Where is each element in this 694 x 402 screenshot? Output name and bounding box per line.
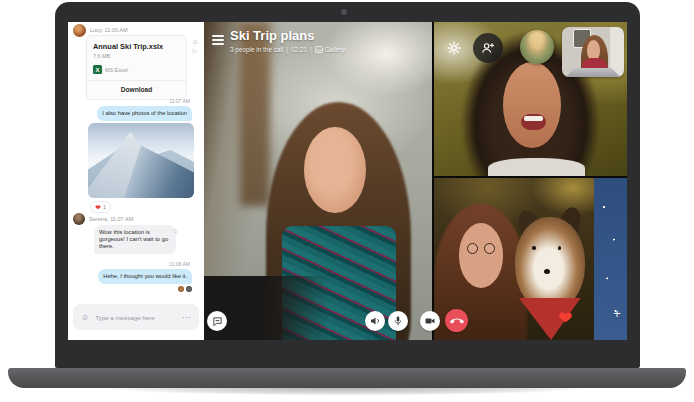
read-receipt-avatar [186, 286, 192, 292]
input-more-button[interactable]: ⋯ [182, 313, 191, 322]
gear-icon [446, 40, 462, 56]
heart-icon [558, 309, 573, 324]
speaker-icon [369, 315, 381, 327]
laptop-mockup: Lucy, 11:00 AM Annual Ski Trip.xslx 7.6 … [0, 0, 694, 402]
end-call-icon [450, 314, 464, 328]
self-laptop [562, 68, 624, 77]
avatar-lucy [73, 24, 86, 37]
settings-button[interactable] [446, 40, 462, 56]
dog-nose [544, 269, 550, 274]
avatar-highlight [527, 32, 547, 51]
self-view-tile[interactable] [562, 27, 624, 77]
add-reaction-button[interactable]: + [610, 307, 624, 321]
file-size: 7.6 MB [87, 51, 186, 59]
participant-avatar-bubble[interactable] [520, 30, 554, 64]
call-subtitle: 3 people in the call | 02:21 | Gallery [230, 46, 345, 53]
gallery-button[interactable]: Gallery [315, 46, 345, 53]
file-name: Annual Ski Trip.xslx [87, 41, 186, 51]
gallery-label: Gallery [325, 46, 345, 53]
person-add-icon [480, 40, 496, 56]
subtitle-separator: | [286, 46, 288, 53]
subtitle-separator: | [310, 46, 312, 53]
gallery-icon [315, 46, 323, 53]
reaction-badge: 1 [90, 201, 111, 213]
file-attachment-card[interactable]: Annual Ski Trip.xslx 7.6 MB X MS Excel D… [86, 35, 187, 100]
speaker-button[interactable] [365, 311, 385, 331]
skype-call-window: Lucy, 11:00 AM Annual Ski Trip.xslx 7.6 … [68, 22, 627, 340]
download-button[interactable]: Download [87, 80, 186, 99]
camera-icon [424, 315, 436, 327]
emoji-picker-icon[interactable]: ☺ [81, 313, 89, 322]
glasses-lens [484, 243, 495, 254]
bubble-hover-emoji-icon[interactable]: ☺ [172, 227, 179, 234]
dog-head [515, 217, 584, 311]
timestamp: 11:07 AM [169, 98, 190, 104]
message-input[interactable]: ☺ Type a message here ⋯ [73, 304, 199, 330]
call-title: Ski Trip plans [230, 28, 315, 43]
glasses-lens [467, 243, 478, 254]
reaction-count: 1 [103, 204, 106, 210]
forward-icon[interactable]: ▷ [189, 46, 201, 56]
participant-smile [524, 116, 543, 121]
sent-message-bubble: I also have photos of the location [97, 106, 192, 121]
chat-panel: Lucy, 11:00 AM Annual Ski Trip.xslx 7.6 … [68, 22, 204, 340]
chat-icon [212, 316, 223, 327]
end-call-button[interactable] [445, 309, 468, 332]
participant-shirt [488, 158, 585, 176]
mic-icon [392, 315, 404, 327]
emoji-react-icon[interactable]: ☺ [189, 38, 201, 46]
participant-face [304, 127, 366, 213]
ms-excel-icon: X [93, 65, 102, 74]
add-person-button[interactable] [473, 33, 503, 63]
heart-reaction-overlay [558, 309, 573, 324]
avatar-serena [73, 213, 85, 225]
received-message-bubble: Wow this location is gorgeous! I can't w… [94, 225, 176, 254]
message-sender-label: Serena, 11:07 AM [89, 216, 133, 222]
message-input-placeholder: Type a message here [95, 314, 182, 321]
read-receipt-avatar [178, 286, 184, 292]
webcam-dot [341, 9, 347, 15]
chat-toggle-button[interactable] [207, 311, 227, 331]
timestamp: 11:08 AM [169, 261, 190, 267]
call-participants: 3 people in the call [230, 46, 283, 53]
photo-message-mountain[interactable] [88, 123, 194, 198]
camera-button[interactable] [420, 311, 440, 331]
menu-button[interactable] [212, 35, 224, 45]
main-video-tile[interactable] [204, 22, 432, 340]
heart-icon [95, 204, 101, 210]
sent-message-bubble: Hehe, I thought you would like it. [98, 269, 192, 284]
laptop-base [8, 368, 686, 388]
dog-eye [558, 246, 562, 250]
file-app-label: MS Excel [105, 67, 128, 73]
call-timer: 02:21 [291, 46, 307, 53]
mic-button[interactable] [388, 311, 408, 331]
dog-eye [532, 246, 536, 250]
read-receipts [178, 286, 192, 292]
message-sender-label: Lucy, 11:00 AM [90, 27, 128, 33]
